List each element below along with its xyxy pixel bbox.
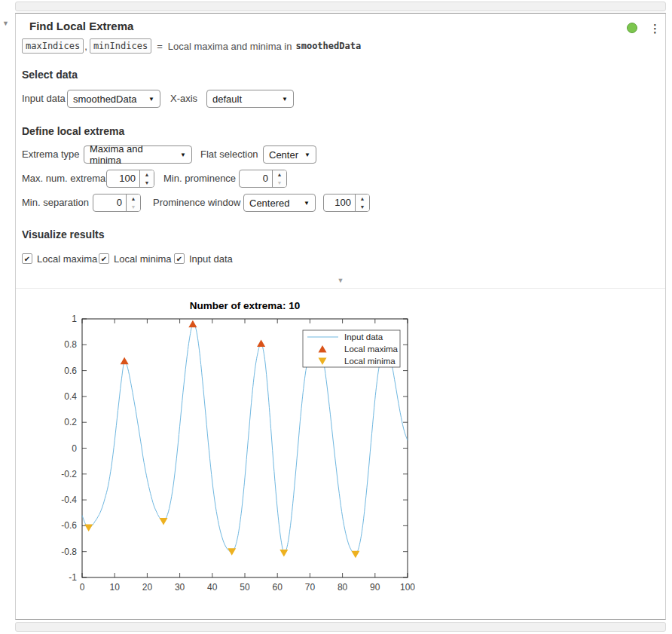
chevron-down-icon: ▼ [148, 96, 154, 103]
flat-selection-dropdown[interactable]: Center ▼ [263, 145, 316, 164]
increment-button[interactable]: ▲ [356, 194, 369, 203]
flat-selection-dropdown-value: Center [269, 149, 298, 161]
y-tick-label: -0.8 [61, 547, 77, 557]
live-editor-page: { "icons": { "caret_down": "▼", "spin_up… [0, 0, 672, 634]
decrement-button[interactable]: ▼ [356, 203, 369, 211]
input-data-label: Input data [22, 90, 66, 108]
y-tick-label: 1 [72, 314, 77, 324]
spinner-buttons: ▲ ▼ [272, 170, 286, 187]
checkbox-label: Local minima [114, 253, 172, 265]
decrement-button[interactable]: ▼ [127, 203, 140, 211]
local-minima-marker [84, 524, 93, 531]
local-maxima-marker [257, 340, 265, 348]
min-prominence-value[interactable]: 0 [240, 170, 272, 187]
prominence-window-spinner: 100 ▲ ▼ [323, 194, 370, 212]
extrema-type-label: Extrema type [22, 145, 80, 164]
collapsed-section-strip-bottom[interactable] [15, 622, 666, 632]
prominence-window-label: Prominence window [153, 194, 240, 212]
xaxis-dropdown[interactable]: default ▼ [206, 90, 294, 108]
max-num-extrema-spinner: 100 ▲ ▼ [106, 170, 154, 188]
spinner-buttons: ▲ ▼ [355, 194, 369, 211]
min-separation-label: Min. separation [22, 194, 89, 212]
figure-canvas[interactable]: Number of extrema: 100102030405060708090… [16, 296, 498, 607]
check-icon: ✔ [101, 255, 107, 263]
local-minima-marker [160, 518, 168, 525]
extrema-type-dropdown-value: Maxima and minima [90, 143, 174, 166]
legend-label: Local minima [344, 357, 396, 366]
chart-title: Number of extrema: 10 [190, 300, 300, 311]
code-description: Local maxima and minima in [168, 41, 292, 52]
min-prominence-spinner: 0 ▲ ▼ [239, 170, 287, 188]
heading-select-data: Select data [22, 69, 78, 81]
min-separation-value[interactable]: 0 [93, 194, 126, 211]
input-data-dropdown[interactable]: smoothedData ▼ [67, 90, 160, 108]
xaxis-dropdown-value: default [212, 93, 242, 105]
x-tick-label: 60 [273, 582, 283, 593]
x-tick-label: 20 [142, 582, 153, 593]
checkbox-box: ✔ [99, 253, 109, 264]
legend-label: Local maxima [344, 345, 399, 354]
checkbox-label: Input data [189, 253, 233, 265]
chevron-down-icon: ▼ [282, 96, 288, 103]
x-tick-label: 70 [305, 582, 316, 593]
x-tick-label: 40 [207, 582, 218, 593]
code-input-variable: smoothedData [295, 41, 361, 51]
prominence-window-dropdown-value: Centered [249, 198, 289, 209]
output-variable-maxindices[interactable]: maxIndices [22, 38, 84, 54]
checkbox-local-minima[interactable]: ✔ Local minima [99, 253, 172, 265]
section-divider [16, 288, 665, 289]
x-tick-label: 80 [338, 582, 348, 593]
task-status-indicator [627, 23, 637, 33]
y-tick-label: -0.6 [61, 520, 77, 531]
x-tick-label: 30 [175, 582, 185, 593]
max-num-extrema-value[interactable]: 100 [107, 170, 139, 187]
flat-selection-label: Flat selection [200, 145, 258, 164]
min-prominence-label: Min. prominence [163, 170, 236, 188]
find-local-extrema-task-panel: Find Local Extrema ⋮ maxIndices , minInd… [15, 13, 666, 620]
task-collapse-caret-icon[interactable]: ▼ [2, 20, 9, 27]
checkbox-label: Local maxima [37, 253, 97, 265]
y-tick-label: -0.4 [61, 495, 77, 505]
extrema-type-dropdown[interactable]: Maxima and minima ▼ [84, 145, 192, 164]
output-variable-minindices[interactable]: minIndices [90, 38, 151, 54]
increment-button[interactable]: ▲ [273, 170, 286, 179]
legend-label: Input data [344, 332, 383, 342]
increment-button[interactable]: ▲ [140, 170, 154, 179]
y-tick-label: 0 [72, 443, 77, 454]
prominence-window-value[interactable]: 100 [324, 194, 355, 211]
y-tick-label: 0.8 [64, 339, 77, 350]
prominence-window-dropdown[interactable]: Centered ▼ [243, 194, 316, 212]
local-maxima-marker [188, 320, 197, 328]
increment-button[interactable]: ▲ [127, 194, 140, 203]
collapsed-section-strip-top[interactable] [15, 2, 666, 11]
checkbox-input-data[interactable]: ✔ Input data [174, 253, 233, 265]
task-title: Find Local Extrema [29, 20, 133, 32]
decrement-button[interactable]: ▼ [140, 179, 154, 187]
spinner-buttons: ▲ ▼ [126, 194, 140, 211]
x-tick-label: 100 [400, 582, 415, 593]
checkbox-box: ✔ [174, 253, 185, 264]
task-menu-icon[interactable]: ⋮ [649, 22, 658, 35]
code-equals: = [157, 41, 163, 52]
y-tick-label: 0.2 [64, 417, 77, 427]
y-tick-label: -0.2 [61, 469, 77, 479]
chart-legend: Input dataLocal maximaLocal minima [303, 330, 400, 367]
x-tick-label: 50 [240, 582, 250, 593]
y-tick-label: 0.6 [64, 366, 77, 376]
y-tick-label: -1 [69, 572, 77, 583]
x-tick-label: 90 [370, 582, 380, 593]
chevron-down-icon: ▼ [304, 152, 310, 158]
check-icon: ✔ [176, 255, 182, 263]
local-minima-marker [351, 551, 359, 559]
checkbox-local-maxima[interactable]: ✔ Local maxima [22, 253, 97, 265]
decrement-button[interactable]: ▼ [273, 179, 286, 187]
code-comma: , [84, 41, 87, 52]
max-num-extrema-label: Max. num. extrema [22, 170, 105, 188]
output-collapse-caret-icon[interactable]: ▼ [16, 277, 665, 284]
heading-visualize-results: Visualize results [22, 228, 104, 240]
checkbox-box: ✔ [22, 253, 32, 264]
min-separation-spinner: 0 ▲ ▼ [93, 194, 141, 212]
local-maxima-marker [121, 357, 129, 365]
x-tick-label: 10 [110, 582, 121, 593]
heading-define-extrema: Define local extrema [22, 125, 124, 137]
